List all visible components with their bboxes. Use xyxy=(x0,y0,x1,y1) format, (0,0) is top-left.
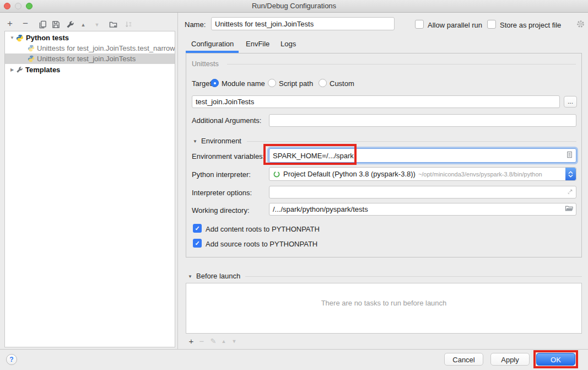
target-custom-radio[interactable] xyxy=(319,79,327,87)
environment-collapse-icon[interactable]: ▼ xyxy=(193,139,197,144)
group-divider xyxy=(227,64,576,65)
remove-configuration-icon[interactable]: − xyxy=(20,19,30,29)
copy-configuration-icon[interactable] xyxy=(37,19,47,29)
tab-envfile[interactable]: EnvFile xyxy=(246,40,269,48)
templates-wrench-icon xyxy=(16,66,23,73)
name-label: Name: xyxy=(185,20,206,29)
interpreter-options-label: Interpreter options: xyxy=(192,189,252,197)
working-directory-label: Working directory: xyxy=(192,206,250,215)
tree-item-label: Python tests xyxy=(26,34,69,42)
tree-item-label: Unittests for test_join.JoinTests.test_n… xyxy=(37,44,175,52)
tree-item-label: Templates xyxy=(25,66,60,74)
allow-parallel-run-label: Allow parallel run xyxy=(428,21,482,29)
configurations-tree: ▼ Python tests Unittests for test_join.J… xyxy=(4,31,175,347)
before-launch-collapse-icon[interactable]: ▼ xyxy=(188,274,192,279)
store-as-project-file-label: Store as project file xyxy=(500,21,561,29)
additional-arguments-label: Additional Arguments: xyxy=(192,116,261,125)
target-module-name-label: Module name xyxy=(222,79,265,88)
expand-field-icon[interactable] xyxy=(567,188,574,197)
tab-configuration[interactable]: Configuration xyxy=(191,40,234,48)
edit-templates-icon[interactable] xyxy=(65,19,75,29)
store-as-project-file-checkbox[interactable] xyxy=(487,20,496,29)
target-module-name-radio[interactable] xyxy=(211,79,219,87)
environment-section-header: Environment xyxy=(201,137,241,145)
python-tests-icon xyxy=(16,34,24,42)
python-interpreter-combobox[interactable]: Project Default (Python 3.8 (pyspark-3.8… xyxy=(269,167,576,181)
before-launch-empty-message: There are no tasks to run before launch xyxy=(186,299,581,307)
save-configuration-icon[interactable] xyxy=(51,19,61,29)
env-vars-highlight-box xyxy=(263,144,357,165)
panel-divider xyxy=(177,13,178,349)
conda-env-icon xyxy=(273,170,280,178)
ok-highlight-box xyxy=(533,350,578,368)
environment-variables-label: Environment variables: xyxy=(192,152,265,160)
window-title: Run/Debug Configurations xyxy=(0,0,588,12)
move-task-up-icon[interactable]: ▲ xyxy=(219,337,228,346)
checkmark-icon: ✓ xyxy=(195,225,199,232)
python-interpreter-label: Python interpreter: xyxy=(192,170,251,179)
tree-item-label: Unittests for test_join.JoinTests xyxy=(37,55,136,63)
help-button[interactable]: ? xyxy=(6,354,17,365)
add-source-roots-label: Add source roots to PYTHONPATH xyxy=(206,240,317,248)
python-test-icon xyxy=(28,45,35,52)
run-debug-configurations-dialog: Run/Debug Configurations + − ▲ ▼ ▼ Pytho… xyxy=(0,0,588,370)
target-custom-label: Custom xyxy=(330,79,354,88)
add-task-icon[interactable]: + xyxy=(187,336,196,345)
allow-parallel-run-checkbox[interactable] xyxy=(415,20,424,29)
chevron-expanded-icon[interactable]: ▼ xyxy=(9,35,15,40)
python-interpreter-path: ~/opt/miniconda3/envs/pyspark-3.8/bin/py… xyxy=(418,171,542,178)
move-task-down-icon[interactable]: ▼ xyxy=(230,337,239,346)
combobox-stepper-icon[interactable] xyxy=(565,168,576,180)
add-source-roots-checkbox[interactable]: ✓ xyxy=(193,239,202,248)
python-interpreter-value: Project Default (Python 3.8 (pyspark-3.8… xyxy=(283,170,416,178)
store-options-gear-icon[interactable] xyxy=(576,19,585,31)
target-script-path-radio[interactable] xyxy=(268,79,276,87)
interpreter-options-field[interactable] xyxy=(269,186,576,199)
apply-button[interactable]: Apply xyxy=(490,353,530,366)
python-test-icon xyxy=(28,55,35,62)
remove-task-icon[interactable]: − xyxy=(197,336,206,345)
tree-item-test-narrow[interactable]: Unittests for test_join.JoinTests.test_n… xyxy=(5,43,175,53)
tree-item-templates[interactable]: ▶ Templates xyxy=(5,65,175,75)
chevron-collapsed-icon[interactable]: ▶ xyxy=(9,67,15,72)
working-directory-value[interactable]: /.../spark/python/pyspark/tests xyxy=(273,205,565,213)
unittests-group-label: Unittests xyxy=(192,60,219,68)
add-configuration-icon[interactable]: + xyxy=(5,19,15,29)
environment-divider xyxy=(247,141,576,142)
additional-arguments-input[interactable] xyxy=(269,114,576,127)
cancel-button[interactable]: Cancel xyxy=(444,353,483,366)
before-launch-divider xyxy=(245,276,582,277)
create-folder-icon[interactable] xyxy=(108,19,118,29)
env-vars-list-icon[interactable] xyxy=(565,151,574,160)
unittests-groupbox: Unittests Target: Module name Script pat… xyxy=(186,53,582,258)
sort-configurations-icon[interactable] xyxy=(123,19,133,29)
before-launch-header: Before launch xyxy=(196,272,240,280)
titlebar: Run/Debug Configurations xyxy=(0,0,588,13)
module-name-input[interactable] xyxy=(192,95,560,108)
edit-task-icon[interactable]: ✎ xyxy=(209,336,218,345)
add-content-roots-label: Add content roots to PYTHONPATH xyxy=(206,225,320,233)
add-content-roots-checkbox[interactable]: ✓ xyxy=(193,224,202,233)
move-up-icon[interactable]: ▲ xyxy=(78,20,88,30)
browse-module-button[interactable]: ... xyxy=(564,96,577,108)
name-input[interactable] xyxy=(211,17,395,30)
target-script-path-label: Script path xyxy=(279,79,313,88)
browse-folder-icon[interactable] xyxy=(565,205,574,214)
checkmark-icon: ✓ xyxy=(195,240,199,247)
move-down-icon[interactable]: ▼ xyxy=(92,20,102,30)
tab-logs[interactable]: Logs xyxy=(280,40,296,48)
tree-item-jointests-selected[interactable]: Unittests for test_join.JoinTests xyxy=(5,53,175,64)
footer-divider xyxy=(0,349,588,350)
before-launch-task-list: There are no tasks to run before launch xyxy=(186,283,582,334)
tree-item-python-tests[interactable]: ▼ Python tests xyxy=(5,33,175,43)
working-directory-field[interactable]: /.../spark/python/pyspark/tests xyxy=(269,203,576,216)
